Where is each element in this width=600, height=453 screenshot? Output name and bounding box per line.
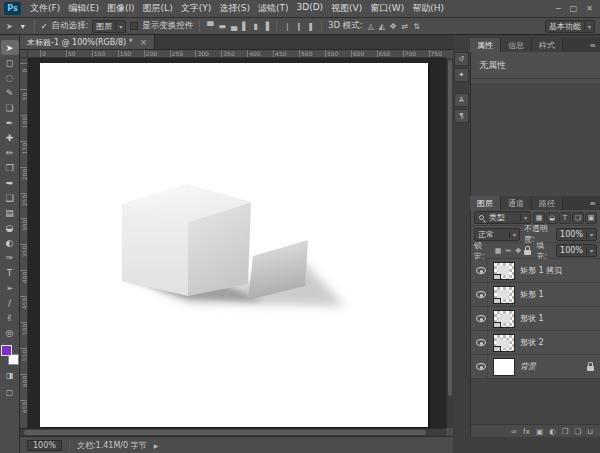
screen-mode-button[interactable]: ▢	[1, 386, 19, 399]
new-group-icon[interactable]: ❐	[562, 427, 569, 436]
move-tool-preset-icon[interactable]: ➤	[5, 22, 14, 31]
filter-type-layers-icon[interactable]: T	[559, 212, 571, 224]
history-panel-icon[interactable]: ↺	[454, 52, 469, 66]
layer-filter-type-dropdown[interactable]: 类型 ▾	[474, 211, 531, 224]
distribute-bottom-edges-icon[interactable]: ❚	[306, 22, 315, 31]
rectangular-marquee-tool[interactable]: ◻	[1, 55, 19, 70]
filter-shape-layers-icon[interactable]: ❏	[572, 212, 584, 224]
type-tool[interactable]: T	[1, 265, 19, 280]
menu-item-6[interactable]: 滤镜(T)	[254, 2, 293, 15]
distribute-vertical-centers-icon[interactable]: ❙	[295, 22, 304, 31]
line-tool[interactable]: ∕	[1, 295, 19, 310]
3d-rotate-icon[interactable]: ◬	[367, 22, 375, 31]
layer-visibility-toggle[interactable]	[474, 355, 488, 378]
brush-tool[interactable]: ✏	[1, 145, 19, 160]
path-selection-tool[interactable]: ➢	[1, 280, 19, 295]
properties-tab-2[interactable]: 样式	[532, 38, 563, 52]
3d-scale-icon[interactable]: ⇅	[412, 22, 421, 31]
layer-visibility-toggle[interactable]	[474, 259, 488, 282]
character-panel-icon[interactable]: A	[454, 93, 469, 107]
lock-position-icon[interactable]: ✥	[514, 247, 522, 255]
zoom-tool[interactable]: ◎	[1, 325, 19, 340]
align-horizontal-centers-icon[interactable]: ▮	[252, 22, 258, 31]
filter-pixel-layers-icon[interactable]: ▦	[533, 212, 545, 224]
lock-pixels-icon[interactable]: ✏	[504, 247, 512, 255]
align-left-edges-icon[interactable]: ▌	[241, 22, 249, 31]
vertical-scrollbar-thumb[interactable]	[448, 60, 452, 396]
layer-thumbnail[interactable]	[493, 262, 515, 280]
layer-name[interactable]: 形状 2	[520, 337, 597, 348]
layers-tab-0[interactable]: 图层	[470, 196, 501, 210]
3d-drag-icon[interactable]: ✥	[389, 22, 398, 31]
move-tool[interactable]: ➤	[1, 40, 19, 55]
menu-item-4[interactable]: 文字(Y)	[177, 2, 216, 15]
panel-menu-icon[interactable]: ≡	[589, 196, 600, 210]
new-layer-icon[interactable]: ❏	[574, 427, 581, 436]
layer-thumbnail[interactable]	[493, 334, 515, 352]
quick-mask-button[interactable]: ◨	[1, 369, 19, 382]
link-layers-icon[interactable]: ∞	[511, 427, 517, 436]
align-bottom-edges-icon[interactable]: ▄	[230, 22, 238, 31]
opacity-field[interactable]: 100% ▾	[556, 228, 597, 241]
paragraph-panel-icon[interactable]: ¶	[454, 109, 469, 123]
layer-thumbnail[interactable]	[493, 358, 515, 376]
zoom-level-field[interactable]: 100%	[27, 440, 62, 451]
close-tab-icon[interactable]: ×	[140, 37, 148, 47]
align-right-edges-icon[interactable]: ▐	[262, 22, 270, 31]
layer-row-3[interactable]: 形状 2	[471, 331, 600, 355]
layer-visibility-toggle[interactable]	[474, 331, 488, 354]
new-adjustment-layer-icon[interactable]: ◐	[549, 427, 556, 436]
lock-all-icon[interactable]	[524, 250, 531, 255]
gradient-tool[interactable]: ▤	[1, 205, 19, 220]
crop-tool[interactable]: ❏	[1, 100, 19, 115]
layer-row-4[interactable]: 背景	[471, 355, 600, 379]
layer-visibility-toggle[interactable]	[474, 283, 488, 306]
distribute-top-edges-icon[interactable]: ❘	[283, 22, 292, 31]
eraser-tool[interactable]: ❑	[1, 190, 19, 205]
hand-tool[interactable]: ✌	[1, 310, 19, 325]
vertical-scrollbar[interactable]	[446, 58, 453, 428]
history-brush-tool[interactable]: ➥	[1, 175, 19, 190]
canvas-viewport[interactable]	[28, 58, 446, 428]
horizontal-scrollbar[interactable]	[20, 428, 446, 436]
minimize-button[interactable]: ─	[556, 4, 561, 13]
panel-menu-icon[interactable]: ≡	[589, 38, 600, 52]
horizontal-ruler[interactable]: 0501001502002503003504004505005506006507…	[28, 50, 446, 58]
styles-panel-icon[interactable]: ✦	[454, 68, 469, 82]
dodge-tool[interactable]: ◐	[1, 235, 19, 250]
pen-tool[interactable]: ✑	[1, 250, 19, 265]
horizontal-scrollbar-thumb[interactable]	[24, 430, 426, 435]
menu-item-7[interactable]: 3D(D)	[292, 2, 327, 15]
align-vertical-centers-icon[interactable]: ▬	[217, 22, 227, 31]
delete-layer-icon[interactable]: ⊔	[587, 427, 593, 436]
tool-preset-arrow-icon[interactable]: ▾	[18, 20, 28, 33]
workspace-switcher-button[interactable]: 基本功能 ▾	[545, 20, 595, 33]
layer-row-0[interactable]: 矩形 1 拷贝	[471, 259, 600, 283]
document-tab[interactable]: 未标题-1 @ 100%(RGB/8) * ×	[20, 35, 155, 49]
menu-item-0[interactable]: 文件(F)	[26, 2, 64, 15]
menu-item-2[interactable]: 图像(I)	[103, 2, 139, 15]
clone-stamp-tool[interactable]: ❒	[1, 160, 19, 175]
layers-tab-1[interactable]: 通道	[501, 196, 532, 210]
eyedropper-tool[interactable]: ✒	[1, 115, 19, 130]
layer-row-2[interactable]: 形状 1	[471, 307, 600, 331]
blur-tool[interactable]: ◒	[1, 220, 19, 235]
layer-name[interactable]: 形状 1	[520, 313, 597, 324]
layer-name[interactable]: 背景	[520, 361, 582, 372]
auto-select-checkbox[interactable]: ✓	[41, 22, 48, 31]
layer-name[interactable]: 矩形 1	[520, 289, 597, 300]
show-transform-checkbox[interactable]	[130, 22, 138, 30]
layer-style-icon[interactable]: fx	[523, 427, 530, 436]
layer-name[interactable]: 矩形 1 拷贝	[520, 265, 597, 276]
add-layer-mask-icon[interactable]: ▣	[536, 427, 543, 436]
menu-item-3[interactable]: 图层(L)	[139, 2, 177, 15]
close-button[interactable]: ✕	[586, 4, 593, 13]
menu-item-9[interactable]: 窗口(W)	[366, 2, 408, 15]
foreground-color-swatch[interactable]	[1, 345, 12, 356]
menu-item-1[interactable]: 编辑(E)	[64, 2, 103, 15]
filter-adjustment-layers-icon[interactable]: ◒	[546, 212, 558, 224]
properties-tab-0[interactable]: 属性	[470, 38, 501, 52]
filter-smart-objects-icon[interactable]: ▣	[585, 212, 597, 224]
quick-selection-tool[interactable]: ✎	[1, 85, 19, 100]
menu-item-8[interactable]: 视图(V)	[327, 2, 366, 15]
